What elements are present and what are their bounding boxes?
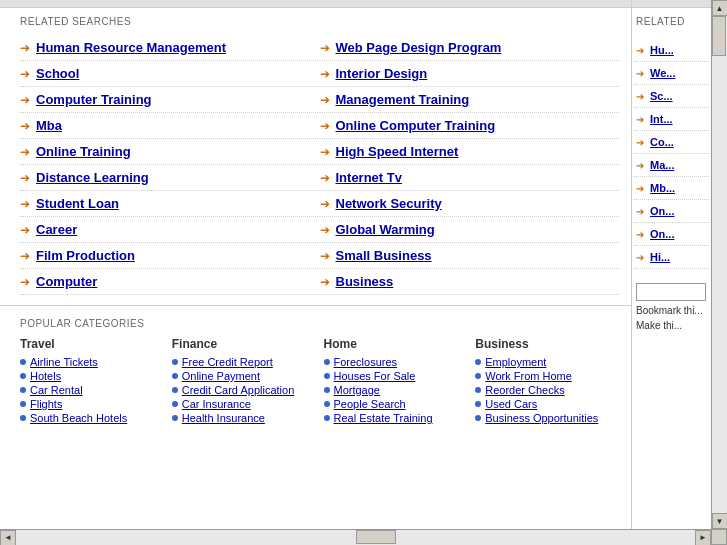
arrow-icon: ➔: [20, 67, 30, 81]
category-business: Business Employment Work From Home Reord…: [475, 337, 619, 425]
search-link[interactable]: Hi...: [650, 251, 670, 263]
search-link[interactable]: Network Security: [336, 196, 442, 211]
arrow-icon: ➔: [636, 160, 644, 171]
cat-link[interactable]: South Beach Hotels: [30, 412, 127, 424]
list-item: Houses For Sale: [324, 369, 468, 383]
search-link[interactable]: Small Business: [336, 248, 432, 263]
bullet-icon: [172, 415, 178, 421]
search-link[interactable]: Int...: [650, 113, 673, 125]
scroll-track-vertical[interactable]: [712, 16, 727, 513]
search-link[interactable]: Mba: [36, 118, 62, 133]
category-home-list: Foreclosures Houses For Sale Mortgage Pe…: [324, 355, 468, 425]
list-item: ➔ Global Warming: [320, 217, 620, 243]
search-link[interactable]: Film Production: [36, 248, 135, 263]
cat-link[interactable]: Credit Card Application: [182, 384, 295, 396]
search-link[interactable]: We...: [650, 67, 675, 79]
bookmark-input[interactable]: [636, 283, 706, 301]
cat-link[interactable]: Business Opportunities: [485, 412, 598, 424]
search-link[interactable]: Online Training: [36, 144, 131, 159]
bullet-icon: [20, 415, 26, 421]
search-link[interactable]: Computer Training: [36, 92, 152, 107]
search-link[interactable]: Internet Tv: [336, 170, 402, 185]
list-item: ➔ Computer: [20, 269, 320, 295]
search-link[interactable]: On...: [650, 205, 674, 217]
list-item: South Beach Hotels: [20, 411, 164, 425]
search-link[interactable]: Sc...: [650, 90, 673, 102]
search-link[interactable]: Business: [336, 274, 394, 289]
arrow-icon: ➔: [320, 171, 330, 185]
cat-link[interactable]: Airline Tickets: [30, 356, 98, 368]
search-link[interactable]: Web Page Design Program: [336, 40, 502, 55]
search-link[interactable]: Ma...: [650, 159, 674, 171]
arrow-icon: ➔: [320, 249, 330, 263]
cat-link[interactable]: Online Payment: [182, 370, 260, 382]
arrow-icon: ➔: [320, 145, 330, 159]
categories-grid: Travel Airline Tickets Hotels Car Rental…: [20, 337, 619, 425]
search-link[interactable]: Hu...: [650, 44, 674, 56]
scroll-corner: [711, 529, 727, 545]
category-travel: Travel Airline Tickets Hotels Car Rental…: [20, 337, 164, 425]
list-item: ➔ Career: [20, 217, 320, 243]
arrow-icon: ➔: [636, 45, 644, 56]
list-item: ➔ Human Resource Management: [20, 35, 320, 61]
category-finance-header: Finance: [172, 337, 316, 351]
scroll-up-button[interactable]: ▲: [712, 0, 728, 16]
search-link[interactable]: Career: [36, 222, 77, 237]
cat-link[interactable]: Car Rental: [30, 384, 83, 396]
list-item: ➔ Small Business: [320, 243, 620, 269]
search-link[interactable]: Distance Learning: [36, 170, 149, 185]
bullet-icon: [324, 359, 330, 365]
scroll-thumb-vertical[interactable]: [712, 16, 726, 56]
list-item: Reorder Checks: [475, 383, 619, 397]
arrow-icon: ➔: [20, 223, 30, 237]
cat-link[interactable]: Health Insurance: [182, 412, 265, 424]
search-link[interactable]: Computer: [36, 274, 97, 289]
cat-link[interactable]: Used Cars: [485, 398, 537, 410]
cat-link[interactable]: Work From Home: [485, 370, 572, 382]
cat-link[interactable]: Flights: [30, 398, 62, 410]
list-item: Mortgage: [324, 383, 468, 397]
arrow-icon: ➔: [20, 93, 30, 107]
cat-link[interactable]: Houses For Sale: [334, 370, 416, 382]
search-link[interactable]: On...: [650, 228, 674, 240]
search-link[interactable]: Co...: [650, 136, 674, 148]
search-link[interactable]: School: [36, 66, 79, 81]
bullet-icon: [475, 415, 481, 421]
list-item: Airline Tickets: [20, 355, 164, 369]
scroll-right-button[interactable]: ►: [695, 530, 711, 546]
cat-link[interactable]: Free Credit Report: [182, 356, 273, 368]
list-item: ➔ Ma...: [634, 154, 709, 177]
list-item: ➔ Mba: [20, 113, 320, 139]
scroll-left-button[interactable]: ◄: [0, 530, 16, 546]
arrow-icon: ➔: [636, 252, 644, 263]
cat-link[interactable]: Hotels: [30, 370, 61, 382]
scroll-down-button[interactable]: ▼: [712, 513, 728, 529]
search-link[interactable]: High Speed Internet: [336, 144, 459, 159]
cat-link[interactable]: Employment: [485, 356, 546, 368]
search-link[interactable]: Management Training: [336, 92, 470, 107]
list-item: Online Payment: [172, 369, 316, 383]
search-link[interactable]: Global Warming: [336, 222, 435, 237]
category-travel-list: Airline Tickets Hotels Car Rental Flight…: [20, 355, 164, 425]
horizontal-scrollbar[interactable]: ◄ ►: [0, 529, 711, 545]
search-link[interactable]: Online Computer Training: [336, 118, 496, 133]
scroll-track-horizontal[interactable]: [16, 530, 695, 545]
search-link[interactable]: Interior Design: [336, 66, 428, 81]
arrow-icon: ➔: [320, 275, 330, 289]
cat-link[interactable]: Car Insurance: [182, 398, 251, 410]
search-link[interactable]: Human Resource Management: [36, 40, 226, 55]
vertical-scrollbar[interactable]: ▲ ▼: [711, 0, 727, 529]
cat-link[interactable]: Foreclosures: [334, 356, 398, 368]
cat-link[interactable]: People Search: [334, 398, 406, 410]
search-link[interactable]: Student Loan: [36, 196, 119, 211]
cat-link[interactable]: Real Estate Training: [334, 412, 433, 424]
bullet-icon: [475, 387, 481, 393]
bullet-icon: [475, 359, 481, 365]
scroll-thumb-horizontal[interactable]: [356, 530, 396, 544]
list-item: Car Insurance: [172, 397, 316, 411]
arrow-icon: ➔: [636, 68, 644, 79]
cat-link[interactable]: Mortgage: [334, 384, 380, 396]
arrow-icon: ➔: [320, 119, 330, 133]
search-link[interactable]: Mb...: [650, 182, 675, 194]
cat-link[interactable]: Reorder Checks: [485, 384, 564, 396]
